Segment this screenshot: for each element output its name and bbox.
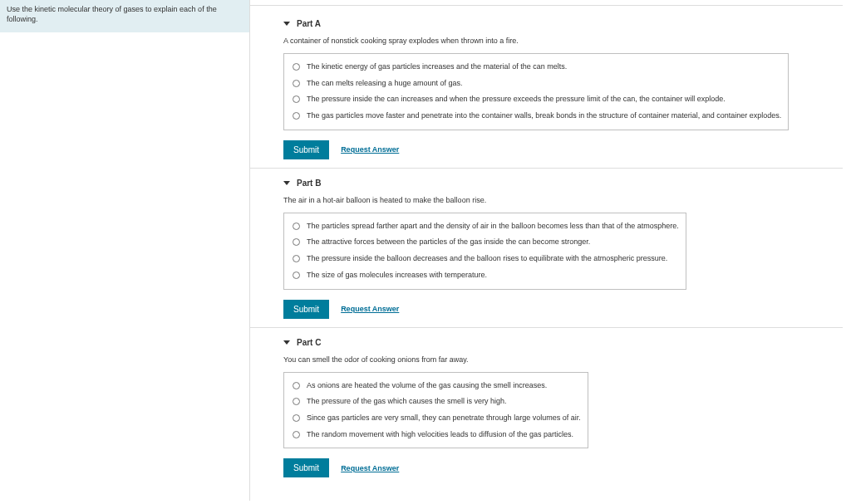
option-row[interactable]: The kinetic energy of gas particles incr… — [291, 59, 781, 76]
part-prompt: The air in a hot-air balloon is heated t… — [283, 193, 843, 213]
option-text: The particles spread farther apart and t… — [307, 222, 679, 232]
request-answer-link[interactable]: Request Answer — [341, 464, 399, 472]
caret-down-icon — [283, 340, 290, 345]
option-text: The random movement with high velocities… — [307, 430, 573, 440]
request-answer-link[interactable]: Request Answer — [341, 145, 399, 154]
radio-input[interactable] — [293, 414, 300, 422]
options-box: The particles spread farther apart and t… — [283, 213, 686, 290]
option-text: The pressure inside the balloon decrease… — [307, 254, 667, 264]
submit-button[interactable]: Submit — [283, 458, 329, 477]
part-prompt: A container of nonstick cooking spray ex… — [283, 33, 843, 53]
option-text: The pressure inside the can increases an… — [307, 95, 726, 105]
actions-row: Submit Request Answer — [283, 140, 843, 159]
option-text: The pressure of the gas which causes the… — [307, 397, 507, 407]
radio-input[interactable] — [293, 272, 300, 279]
radio-input[interactable] — [293, 63, 300, 71]
radio-input[interactable] — [293, 95, 300, 103]
option-row[interactable]: The can melts releasing a huge amount of… — [291, 76, 781, 92]
option-row[interactable]: The particles spread farther apart and t… — [291, 218, 679, 235]
option-text: The can melts releasing a huge amount of… — [307, 79, 463, 89]
option-row[interactable]: The pressure inside the can increases an… — [291, 91, 781, 108]
part-prompt: You can smell the odor of cooking onions… — [283, 352, 843, 372]
option-text: The size of gas molecules increases with… — [307, 271, 487, 281]
caret-down-icon — [283, 22, 290, 26]
right-column: Part A A container of nonstick cooking s… — [249, 0, 851, 501]
part-header[interactable]: Part C — [283, 331, 843, 352]
part-header[interactable]: Part A — [283, 12, 843, 33]
option-row[interactable]: Since gas particles are very small, they… — [291, 410, 581, 427]
part-header[interactable]: Part B — [283, 172, 843, 193]
option-row[interactable]: The pressure of the gas which causes the… — [291, 394, 581, 410]
option-row[interactable]: The random movement with high velocities… — [291, 427, 581, 443]
option-row[interactable]: The size of gas molecules increases with… — [291, 267, 679, 284]
radio-input[interactable] — [293, 255, 300, 262]
option-text: The attractive forces between the partic… — [307, 237, 590, 247]
option-text: The kinetic energy of gas particles incr… — [307, 62, 567, 72]
options-box: As onions are heated the volume of the g… — [283, 372, 588, 449]
submit-button[interactable]: Submit — [283, 300, 329, 319]
option-row[interactable]: The gas particles move faster and penetr… — [291, 108, 781, 125]
request-answer-link[interactable]: Request Answer — [341, 305, 399, 313]
radio-input[interactable] — [293, 238, 300, 246]
option-row[interactable]: The attractive forces between the partic… — [291, 234, 679, 251]
option-row[interactable]: As onions are heated the volume of the g… — [291, 378, 581, 394]
option-text: Since gas particles are very small, they… — [307, 413, 581, 423]
options-box: The kinetic energy of gas particles incr… — [283, 53, 789, 130]
radio-input[interactable] — [293, 223, 300, 230]
part-b: Part B The air in a hot-air balloon is h… — [250, 169, 843, 319]
part-title: Part C — [297, 338, 321, 347]
part-title: Part B — [297, 179, 321, 188]
radio-input[interactable] — [293, 80, 300, 87]
actions-row: Submit Request Answer — [283, 300, 843, 319]
submit-button[interactable]: Submit — [283, 140, 329, 159]
option-text: As onions are heated the volume of the g… — [307, 381, 547, 391]
caret-down-icon — [283, 181, 290, 185]
part-a: Part A A container of nonstick cooking s… — [250, 9, 843, 159]
radio-input[interactable] — [293, 382, 300, 389]
page: Use the kinetic molecular theory of gase… — [0, 0, 851, 501]
part-title: Part A — [297, 19, 321, 28]
top-rule — [250, 5, 843, 6]
option-text: The gas particles move faster and penetr… — [307, 111, 781, 121]
option-row[interactable]: The pressure inside the balloon decrease… — [291, 251, 679, 267]
part-c: Part C You can smell the odor of cooking… — [250, 328, 843, 478]
radio-input[interactable] — [293, 112, 300, 120]
instruction-text: Use the kinetic molecular theory of gase… — [7, 5, 217, 23]
actions-row: Submit Request Answer — [283, 458, 843, 477]
radio-input[interactable] — [293, 431, 300, 438]
radio-input[interactable] — [293, 398, 300, 405]
instruction-box: Use the kinetic molecular theory of gase… — [0, 0, 249, 32]
left-column: Use the kinetic molecular theory of gase… — [0, 0, 249, 501]
